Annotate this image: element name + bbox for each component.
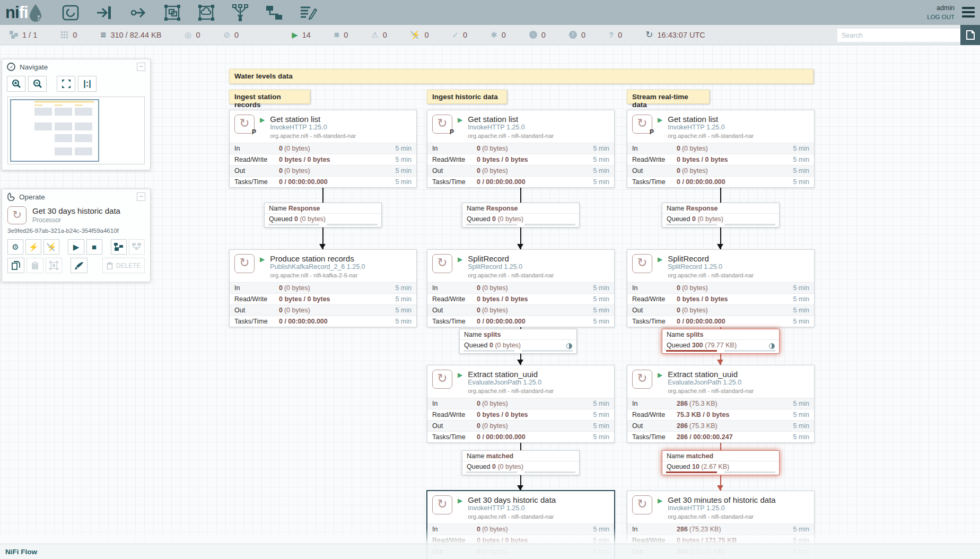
processor-name: Get station list (668, 115, 754, 124)
processor-bundle: org.apache.nifi - nifi-kafka-2-6-nar (270, 272, 365, 279)
connection-label-matched-alert[interactable]: Name matched Queued 10 (2.67 KB) (662, 450, 780, 475)
collapse-operate-button[interactable]: − (137, 193, 145, 201)
processor-get-station-list[interactable]: ↻P ▶ Get station list InvokeHTTP 1.25.0 … (427, 110, 615, 188)
save-flow-version-button[interactable] (111, 239, 127, 255)
current-user-label: admin (927, 3, 955, 13)
change-color-button[interactable] (71, 258, 88, 273)
running-status-icon: ▶ (658, 371, 662, 395)
processor-get-station-list[interactable]: ↻P ▶ Get station list InvokeHTTP 1.25.0 … (229, 110, 417, 188)
processor-icon: ↻ (432, 370, 452, 389)
not-transmitting-count: 0 (234, 31, 239, 39)
funnel-tool-icon[interactable] (231, 3, 250, 22)
load-balance-icon (769, 343, 775, 349)
cluster-count: 1 / 1 (22, 31, 37, 39)
selected-component-icon: ↻ (7, 206, 27, 224)
zoom-out-button[interactable] (28, 76, 47, 92)
cluster-icon (10, 31, 18, 39)
output-port-tool-icon[interactable] (129, 3, 148, 22)
selected-component-id: 3e9fed26-97ab-321a-b24c-354f59a4610f (7, 228, 145, 234)
connection-label-response[interactable]: Name Response Queued 0 (0 bytes) (264, 203, 382, 228)
new-document-button[interactable] (960, 25, 980, 45)
zoom-fit-button[interactable] (57, 76, 75, 92)
grid-icon (60, 31, 68, 39)
not-transmitting-stat: ⊘ 0 (224, 31, 239, 39)
stop-button[interactable]: ■ (86, 239, 102, 255)
birdseye-minimap[interactable] (7, 97, 145, 164)
locally-modified-count: 0 (502, 31, 506, 39)
processor-type: SplitRecord 1.25.0 (468, 263, 554, 272)
zoom-actual-size-button[interactable]: |:| (78, 76, 97, 92)
running-status-icon: ▶ (260, 256, 265, 279)
not-transmitting-icon: ⊘ (224, 31, 231, 39)
processor-bundle: org.apache.nifi - nifi-standard-nar (668, 387, 754, 395)
connection-label-splits[interactable]: Name splits Queued 0 (0 bytes) (459, 329, 577, 354)
processor-produce-station-records[interactable]: ↻ ▶ Produce station records PublishKafka… (229, 249, 417, 327)
processor-bundle: org.apache.nifi - nifi-standard-nar (668, 272, 754, 279)
running-status-icon: ▶ (458, 497, 462, 520)
sync-failure-count: 0 (618, 31, 622, 39)
load-balance-icon (566, 343, 572, 349)
global-menu-icon[interactable] (962, 7, 975, 20)
revert-flow-version-button[interactable] (129, 239, 145, 255)
group-button[interactable] (46, 258, 63, 273)
connection-label-splits-alert[interactable]: Name splits Queued 300 (79.77 KB) (662, 329, 780, 354)
collapse-navigate-button[interactable]: − (137, 63, 145, 71)
selected-component-type: Processor (32, 216, 120, 224)
start-button[interactable]: ▶ (68, 239, 84, 255)
label-ingest-station-records[interactable]: Ingest station records (229, 90, 310, 104)
connection-label-matched[interactable]: Name matched Queued 0 (0 bytes) (462, 450, 580, 475)
enable-button[interactable]: ⚡ (25, 239, 41, 255)
input-port-tool-icon[interactable] (95, 3, 114, 22)
template-tool-icon[interactable] (265, 3, 284, 22)
processor-bundle: org.apache.nifi - nifi-standard-nar (468, 387, 554, 395)
connection-label-response[interactable]: Name Response Queued 0 (0 bytes) (462, 203, 580, 228)
processor-splitrecord[interactable]: ↻ ▶ SplitRecord SplitRecord 1.25.0 org.a… (627, 249, 815, 327)
processor-splitrecord[interactable]: ↻ ▶ SplitRecord SplitRecord 1.25.0 org.a… (427, 249, 615, 327)
processor-name: Get station list (468, 115, 554, 124)
remote-process-group-tool-icon[interactable] (197, 3, 216, 22)
water-drop-icon (28, 4, 43, 22)
copy-button[interactable] (7, 258, 24, 273)
refresh-stat: ↻ 16:43:07 UTC (645, 30, 705, 39)
invalid-stat: ⚠ 0 (371, 31, 387, 39)
user-menu: admin LOG OUT (927, 3, 955, 22)
processor-icon: ↻ (432, 495, 452, 514)
label-tool-icon[interactable] (299, 3, 318, 22)
processor-name: Get 30 days historic data (468, 495, 556, 504)
hand-pointer-icon (7, 193, 15, 201)
navigate-title: Navigate (20, 63, 48, 71)
configure-button[interactable]: ⚙ (7, 239, 23, 255)
delete-button[interactable]: DELETE (102, 258, 145, 273)
search-input[interactable] (837, 29, 960, 42)
connection-label-response[interactable]: Name Response Queued 0 (0 bytes) (662, 203, 780, 228)
processor-icon: ↻P (432, 115, 452, 134)
processor-name: Extract station_uuid (468, 370, 554, 379)
invalid-icon: ⚠ (371, 31, 378, 39)
transmitting-stat: ◎ 0 (185, 31, 200, 39)
stale-count: 0 (541, 31, 546, 39)
processor-type: InvokeHTTP 1.25.0 (668, 504, 775, 513)
logout-link[interactable]: LOG OUT (927, 13, 955, 22)
process-group-tool-icon[interactable] (163, 3, 182, 22)
queued-list-icon: ≡ (100, 30, 106, 40)
processor-get-station-list[interactable]: ↻P ▶ Get station list InvokeHTTP 1.25.0 … (627, 110, 815, 188)
breadcrumb-bar: NiFi Flow (0, 544, 980, 559)
running-status-icon: ▶ (458, 371, 462, 395)
zoom-in-button[interactable] (7, 76, 25, 92)
processor-extract-station-uuid[interactable]: ↻ ▶ Extract station_uuid EvaluateJsonPat… (427, 365, 615, 443)
refresh-icon[interactable]: ↻ (645, 30, 653, 39)
cluster-stat: 1 / 1 (10, 31, 37, 39)
processor-type: InvokeHTTP 1.25.0 (468, 124, 554, 132)
disable-button[interactable]: ⚡ (43, 239, 59, 255)
paste-button[interactable] (27, 258, 43, 273)
processor-tool-icon[interactable] (61, 3, 80, 22)
breadcrumb[interactable]: NiFi Flow (5, 548, 37, 556)
label-stream-real-time-data[interactable]: Stream real-time data (627, 90, 710, 104)
up-to-date-icon: ✓ (452, 31, 459, 39)
component-toolbar (61, 3, 318, 22)
processor-extract-station-uuid[interactable]: ↻ ▶ Extract station_uuid EvaluateJsonPat… (627, 365, 815, 443)
label-ingest-historic-data[interactable]: Ingest historic data (427, 90, 507, 104)
sync-failure-stat: ? 0 (609, 31, 622, 39)
label-water-levels-data[interactable]: Water levels data (229, 69, 813, 84)
running-status-icon: ▶ (658, 497, 662, 520)
